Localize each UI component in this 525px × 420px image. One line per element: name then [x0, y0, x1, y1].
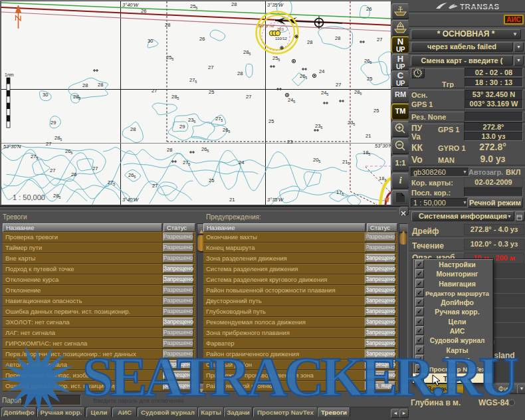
svg-text:245: 245 [321, 90, 328, 96]
svg-text:28: 28 [307, 39, 312, 45]
svg-text:21: 21 [366, 133, 371, 139]
svg-text:TRANSAS: TRANSAS [460, 3, 500, 11]
svg-text:28: 28 [231, 1, 237, 7]
svg-text:3°35'W: 3°35'W [267, 197, 284, 203]
svg-text:3°40'W: 3°40'W [122, 197, 139, 203]
svg-text:285: 285 [54, 135, 62, 142]
svg-text:275: 275 [31, 154, 38, 160]
svg-text:27: 27 [377, 37, 382, 43]
svg-text:30: 30 [43, 92, 48, 98]
svg-text:175: 175 [336, 189, 344, 196]
svg-text:28: 28 [335, 35, 340, 41]
svg-text:27: 27 [152, 183, 158, 189]
svg-text:215: 215 [342, 159, 350, 165]
svg-text:53°30'N: 53°30'N [3, 144, 21, 150]
svg-text:25: 25 [268, 118, 274, 124]
svg-text:285: 285 [243, 49, 251, 56]
svg-text:205: 205 [313, 157, 320, 163]
svg-text:255: 255 [272, 55, 280, 62]
svg-text:23: 23 [287, 139, 292, 145]
svg-text:25: 25 [209, 177, 214, 183]
svg-text:26: 26 [366, 6, 371, 12]
svg-text:29: 29 [51, 120, 56, 126]
svg-text:265: 265 [128, 172, 136, 179]
svg-text:275: 275 [183, 159, 190, 166]
svg-text:265: 265 [201, 146, 209, 153]
svg-text:275: 275 [189, 77, 197, 84]
svg-text:25: 25 [367, 76, 372, 82]
svg-text:53°30'N: 53°30'N [375, 143, 391, 149]
svg-text:28: 28 [82, 82, 88, 88]
svg-text:27: 27 [50, 167, 55, 173]
svg-text:21: 21 [229, 197, 235, 203]
svg-text:27: 27 [246, 94, 251, 100]
svg-text:233: 233 [277, 27, 284, 31]
svg-text:28: 28 [98, 82, 103, 88]
svg-text:28: 28 [130, 126, 136, 132]
svg-text:27: 27 [208, 64, 213, 70]
svg-text:28: 28 [167, 147, 172, 153]
svg-text:285: 285 [73, 94, 80, 100]
svg-text:265: 265 [300, 73, 307, 80]
svg-text:1 : 50,000: 1 : 50,000 [13, 193, 45, 201]
svg-text:265: 265 [223, 127, 230, 134]
svg-text:24: 24 [239, 159, 244, 165]
svg-text:110/12: 110/12 [275, 37, 288, 41]
svg-text:29: 29 [179, 124, 185, 130]
svg-text:27: 27 [336, 82, 341, 88]
svg-text:255: 255 [190, 3, 197, 10]
svg-text:3°35'W: 3°35'W [267, 2, 284, 8]
svg-text:285: 285 [354, 89, 362, 96]
svg-text:265: 265 [65, 148, 72, 155]
svg-text:255: 255 [166, 54, 173, 61]
svg-text:245: 245 [288, 97, 295, 104]
svg-text:28: 28 [165, 22, 170, 28]
svg-text:235: 235 [188, 117, 195, 124]
svg-text:265: 265 [364, 58, 371, 64]
svg-text:26: 26 [141, 8, 146, 14]
svg-text:27: 27 [92, 165, 98, 171]
svg-text:235: 235 [315, 123, 322, 130]
svg-text:27: 27 [152, 88, 157, 94]
svg-text:26: 26 [71, 171, 76, 177]
svg-text:25: 25 [209, 89, 214, 95]
svg-text:183: 183 [379, 175, 386, 182]
svg-text:24: 24 [319, 68, 324, 74]
svg-text:Spt gr nd: Spt gr nd [258, 24, 274, 28]
svg-text:285: 285 [171, 94, 179, 100]
svg-text:275: 275 [215, 116, 223, 122]
svg-text:235: 235 [348, 120, 355, 126]
svg-text:185: 185 [363, 150, 370, 156]
svg-text:1nm: 1nm [5, 72, 14, 77]
svg-text:28: 28 [237, 70, 243, 76]
svg-text:30: 30 [148, 38, 153, 44]
svg-text:27: 27 [46, 141, 51, 147]
svg-text:275: 275 [108, 179, 115, 186]
svg-text:25: 25 [373, 108, 379, 114]
svg-text:3°40'W: 3°40'W [122, 2, 139, 8]
svg-text:26: 26 [199, 36, 205, 42]
